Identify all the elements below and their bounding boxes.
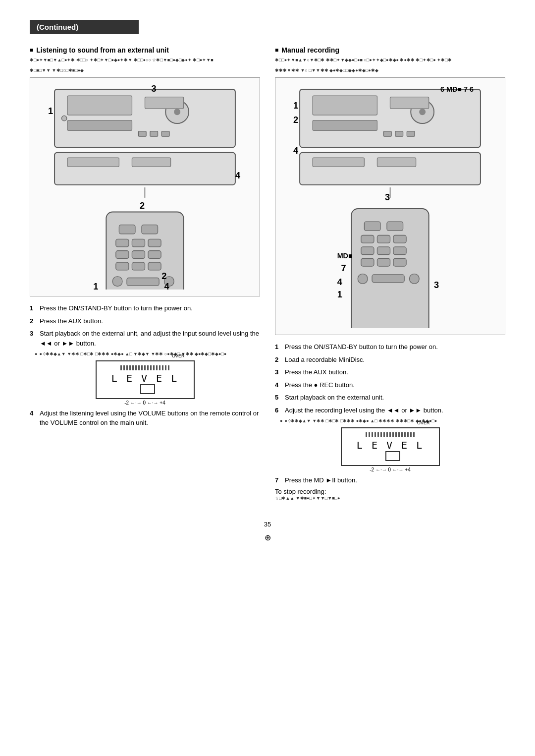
r-step-1: 1 Press the ON/STAND-BY button to turn t… xyxy=(275,342,505,352)
right-level-scale: -2 ←·→ 0 ←·→ +4 xyxy=(275,467,505,472)
svg-rect-20 xyxy=(142,225,158,234)
svg-text:2: 2 xyxy=(140,200,145,211)
svg-text:1: 1 xyxy=(293,100,298,111)
svg-rect-7 xyxy=(161,131,169,136)
svg-text:3: 3 xyxy=(152,83,157,94)
svg-text:3: 3 xyxy=(434,280,439,291)
svg-rect-31 xyxy=(127,278,159,286)
page-header: (Continued) xyxy=(30,20,139,34)
step-4: 4 Adjust the listening level using the V… xyxy=(30,408,260,428)
step-3: 3 Start playback on the external unit, a… xyxy=(30,329,260,348)
left-stereo-svg: 1 3 4 2 xyxy=(35,83,255,290)
left-diagram: 1 3 4 2 xyxy=(30,77,260,296)
left-level-text: L E V E L xyxy=(105,372,186,384)
svg-rect-68 xyxy=(410,274,420,284)
svg-text:MD■: MD■ xyxy=(337,252,353,260)
bottom-compass-icon: ⊕ xyxy=(30,533,505,542)
svg-rect-42 xyxy=(395,131,403,136)
svg-rect-50 xyxy=(313,158,364,167)
svg-point-8 xyxy=(61,116,66,121)
to-stop-text: ☆□✱▲▲ ▼✱■●□✦▼▼□▼■□● xyxy=(275,495,505,502)
svg-rect-30 xyxy=(112,277,122,287)
right-section-title: Manual recording xyxy=(275,46,505,54)
svg-rect-26 xyxy=(148,251,161,259)
svg-rect-12 xyxy=(54,153,235,185)
left-level-wrapper: OVER L E V E L -2 ←·→ 0 ←·→ +4 xyxy=(30,360,260,406)
svg-text:2: 2 xyxy=(293,115,298,125)
svg-rect-9 xyxy=(145,97,184,109)
to-stop-section: To stop recording: ☆□✱▲▲ ▼✱■●□✦▼▼□▼■□● xyxy=(275,488,505,502)
svg-text:3: 3 xyxy=(385,192,390,202)
right-diagram: 1 2 4 6 MD■ 7 6 3 xyxy=(275,77,505,335)
right-level-text: L E V E L xyxy=(350,439,431,451)
left-small-text-2: ✱□■□▼▼ ▼✱□○□✱■□●◆ xyxy=(30,67,260,74)
svg-text:4: 4 xyxy=(293,146,299,156)
svg-rect-37 xyxy=(313,96,377,115)
svg-rect-28 xyxy=(132,262,145,270)
svg-rect-58 xyxy=(377,235,390,243)
svg-rect-49 xyxy=(300,153,481,185)
svg-text:1: 1 xyxy=(48,106,53,116)
svg-rect-27 xyxy=(116,262,129,270)
svg-rect-60 xyxy=(361,247,374,255)
svg-text:7: 7 xyxy=(341,263,346,274)
svg-rect-64 xyxy=(377,259,390,267)
svg-rect-55 xyxy=(364,222,380,231)
left-section-title: Listening to sound from an external unit xyxy=(30,46,260,54)
svg-rect-65 xyxy=(393,259,406,267)
svg-text:4: 4 xyxy=(164,281,170,290)
svg-rect-51 xyxy=(377,158,416,167)
svg-rect-2 xyxy=(67,120,132,131)
r-step-4: 4 Press the ● REC button. xyxy=(275,380,505,390)
svg-rect-59 xyxy=(393,235,406,243)
right-stereo-svg: 1 2 4 6 MD■ 7 6 3 xyxy=(280,83,500,328)
to-stop-label: To stop recording: xyxy=(275,488,505,495)
svg-rect-67 xyxy=(372,275,404,283)
svg-rect-63 xyxy=(361,259,374,267)
r-step-7: 7 Press the MD ►II button. xyxy=(275,475,505,485)
svg-rect-57 xyxy=(361,235,374,243)
r-step-3: 3 Press the AUX button. xyxy=(275,367,505,377)
svg-point-40 xyxy=(419,109,426,115)
r-step-6: 6 Adjust the recording level using the ◄… xyxy=(275,406,505,415)
svg-rect-25 xyxy=(132,251,145,259)
svg-text:4: 4 xyxy=(337,277,343,287)
left-small-text-1: ✱□●✦▼■□▼▲□●✦✱ ✱□□○ ✦✱□✦▼□●◆●✦✱▼ ✱□□●○○ ☆… xyxy=(30,57,260,63)
svg-rect-13 xyxy=(67,158,119,167)
svg-rect-41 xyxy=(383,131,391,136)
svg-text:2: 2 xyxy=(161,271,166,281)
svg-rect-24 xyxy=(116,251,129,259)
svg-rect-19 xyxy=(119,225,135,234)
left-level-scale: -2 ←·→ 0 ←·→ +4 xyxy=(30,400,260,406)
svg-rect-5 xyxy=(138,131,146,136)
right-small-text-1: ✱□□●✦▼■▲▼○▼✱□✱ ✱✱□✦▼◆◆●□●■ ○□●✦✦◆□●✱◆● ✱… xyxy=(275,57,505,63)
svg-text:1: 1 xyxy=(93,281,98,290)
right-steps: 1 Press the ON/STAND-BY button to turn t… xyxy=(275,342,505,502)
svg-rect-61 xyxy=(377,247,390,255)
left-level-over: OVER xyxy=(172,353,185,358)
svg-rect-23 xyxy=(148,239,161,247)
right-column: Manual recording ✱□□●✦▼■▲▼○▼✱□✱ ✱✱□✦▼◆◆●… xyxy=(275,46,505,506)
main-content: Listening to sound from an external unit… xyxy=(30,46,505,506)
r-step-2: 2 Load a recordable MiniDisc. xyxy=(275,355,505,365)
svg-rect-14 xyxy=(132,158,170,167)
svg-text:6  MD■  7  6: 6 MD■ 7 6 xyxy=(440,85,474,93)
svg-rect-21 xyxy=(116,239,129,247)
svg-rect-22 xyxy=(132,239,145,247)
right-small-text-2: ✱✱✱▼✱✱ ▼○ □▼▼✱✱ ◆●✱◆□□◆◆●✱◆□●✱◆ xyxy=(275,67,505,74)
right-level-over: OVER xyxy=(417,420,430,425)
right-level-wrapper: OVER L E V E L -2 ←·→ 0 ←·→ +4 xyxy=(275,427,505,472)
right-bullet-note: ● ◊✱✱◆▲▼ ▼✱✱ □✱□✱ □✱✱✱ ●✱◆● ▲□ ✱✱✱✱ ✱✱✱□… xyxy=(275,418,505,424)
svg-rect-66 xyxy=(358,274,368,284)
page-number: 35 xyxy=(30,521,505,528)
svg-rect-43 xyxy=(407,131,415,136)
svg-rect-29 xyxy=(148,262,161,270)
svg-text:4: 4 xyxy=(235,170,241,180)
svg-rect-62 xyxy=(393,247,406,255)
svg-text:1: 1 xyxy=(337,289,342,299)
r-step-5: 5 Start playback on the external unit. xyxy=(275,393,505,403)
svg-rect-38 xyxy=(313,120,377,131)
svg-rect-1 xyxy=(67,96,132,115)
step-1: 1 Press the ON/STAND-BY button to turn t… xyxy=(30,303,260,313)
svg-rect-44 xyxy=(390,97,429,109)
